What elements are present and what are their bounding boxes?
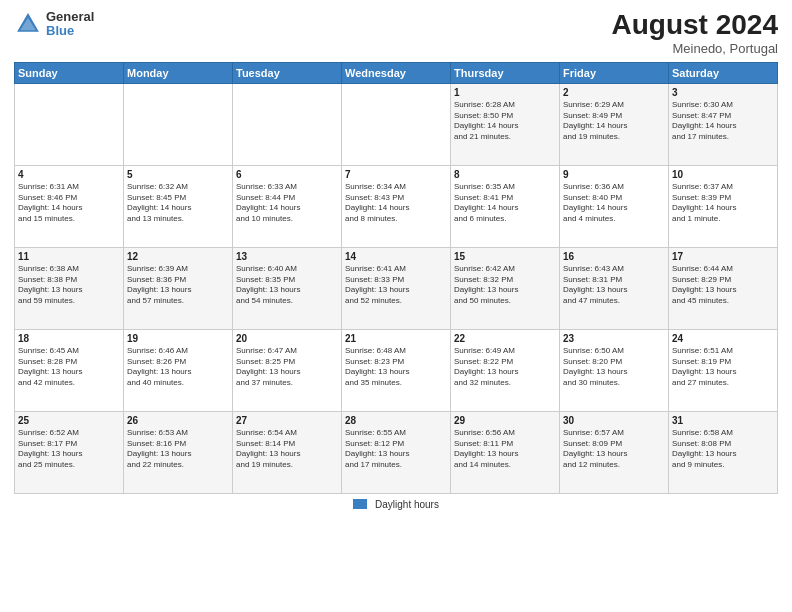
day-cell: 14Sunrise: 6:41 AM Sunset: 8:33 PM Dayli… — [342, 247, 451, 329]
day-cell: 15Sunrise: 6:42 AM Sunset: 8:32 PM Dayli… — [451, 247, 560, 329]
day-info: Sunrise: 6:58 AM Sunset: 8:08 PM Dayligh… — [672, 428, 774, 471]
day-number: 4 — [18, 169, 120, 180]
day-info: Sunrise: 6:48 AM Sunset: 8:23 PM Dayligh… — [345, 346, 447, 389]
day-number: 2 — [563, 87, 665, 98]
page: General Blue August 2024 Meinedo, Portug… — [0, 0, 792, 612]
day-cell — [342, 83, 451, 165]
day-number: 7 — [345, 169, 447, 180]
day-info: Sunrise: 6:55 AM Sunset: 8:12 PM Dayligh… — [345, 428, 447, 471]
day-number: 19 — [127, 333, 229, 344]
day-cell: 12Sunrise: 6:39 AM Sunset: 8:36 PM Dayli… — [124, 247, 233, 329]
header: General Blue August 2024 Meinedo, Portug… — [14, 10, 778, 56]
day-cell: 11Sunrise: 6:38 AM Sunset: 8:38 PM Dayli… — [15, 247, 124, 329]
day-info: Sunrise: 6:38 AM Sunset: 8:38 PM Dayligh… — [18, 264, 120, 307]
day-cell: 23Sunrise: 6:50 AM Sunset: 8:20 PM Dayli… — [560, 329, 669, 411]
day-number: 15 — [454, 251, 556, 262]
day-number: 18 — [18, 333, 120, 344]
day-info: Sunrise: 6:30 AM Sunset: 8:47 PM Dayligh… — [672, 100, 774, 143]
day-info: Sunrise: 6:39 AM Sunset: 8:36 PM Dayligh… — [127, 264, 229, 307]
day-info: Sunrise: 6:50 AM Sunset: 8:20 PM Dayligh… — [563, 346, 665, 389]
day-cell: 20Sunrise: 6:47 AM Sunset: 8:25 PM Dayli… — [233, 329, 342, 411]
day-info: Sunrise: 6:45 AM Sunset: 8:28 PM Dayligh… — [18, 346, 120, 389]
day-info: Sunrise: 6:51 AM Sunset: 8:19 PM Dayligh… — [672, 346, 774, 389]
day-cell: 26Sunrise: 6:53 AM Sunset: 8:16 PM Dayli… — [124, 411, 233, 493]
day-info: Sunrise: 6:54 AM Sunset: 8:14 PM Dayligh… — [236, 428, 338, 471]
day-info: Sunrise: 6:42 AM Sunset: 8:32 PM Dayligh… — [454, 264, 556, 307]
logo-blue-text: Blue — [46, 24, 94, 38]
day-cell: 31Sunrise: 6:58 AM Sunset: 8:08 PM Dayli… — [669, 411, 778, 493]
day-cell: 30Sunrise: 6:57 AM Sunset: 8:09 PM Dayli… — [560, 411, 669, 493]
day-info: Sunrise: 6:36 AM Sunset: 8:40 PM Dayligh… — [563, 182, 665, 225]
day-number: 23 — [563, 333, 665, 344]
day-cell: 27Sunrise: 6:54 AM Sunset: 8:14 PM Dayli… — [233, 411, 342, 493]
day-number: 6 — [236, 169, 338, 180]
day-cell: 28Sunrise: 6:55 AM Sunset: 8:12 PM Dayli… — [342, 411, 451, 493]
month-year: August 2024 — [612, 10, 779, 41]
day-cell: 10Sunrise: 6:37 AM Sunset: 8:39 PM Dayli… — [669, 165, 778, 247]
footer: Daylight hours — [14, 499, 778, 510]
day-cell: 6Sunrise: 6:33 AM Sunset: 8:44 PM Daylig… — [233, 165, 342, 247]
day-cell: 13Sunrise: 6:40 AM Sunset: 8:35 PM Dayli… — [233, 247, 342, 329]
calendar-table: SundayMondayTuesdayWednesdayThursdayFrid… — [14, 62, 778, 494]
day-number: 29 — [454, 415, 556, 426]
day-number: 8 — [454, 169, 556, 180]
day-cell: 17Sunrise: 6:44 AM Sunset: 8:29 PM Dayli… — [669, 247, 778, 329]
day-info: Sunrise: 6:33 AM Sunset: 8:44 PM Dayligh… — [236, 182, 338, 225]
logo-text: General Blue — [46, 10, 94, 39]
day-cell: 19Sunrise: 6:46 AM Sunset: 8:26 PM Dayli… — [124, 329, 233, 411]
day-number: 24 — [672, 333, 774, 344]
week-row-3: 18Sunrise: 6:45 AM Sunset: 8:28 PM Dayli… — [15, 329, 778, 411]
day-number: 13 — [236, 251, 338, 262]
col-header-wednesday: Wednesday — [342, 62, 451, 83]
col-header-monday: Monday — [124, 62, 233, 83]
day-cell: 9Sunrise: 6:36 AM Sunset: 8:40 PM Daylig… — [560, 165, 669, 247]
day-number: 21 — [345, 333, 447, 344]
day-info: Sunrise: 6:31 AM Sunset: 8:46 PM Dayligh… — [18, 182, 120, 225]
day-number: 14 — [345, 251, 447, 262]
legend-label: Daylight hours — [375, 499, 439, 510]
week-row-0: 1Sunrise: 6:28 AM Sunset: 8:50 PM Daylig… — [15, 83, 778, 165]
col-header-saturday: Saturday — [669, 62, 778, 83]
day-number: 26 — [127, 415, 229, 426]
day-cell — [124, 83, 233, 165]
day-cell — [15, 83, 124, 165]
col-header-friday: Friday — [560, 62, 669, 83]
day-info: Sunrise: 6:49 AM Sunset: 8:22 PM Dayligh… — [454, 346, 556, 389]
day-cell: 24Sunrise: 6:51 AM Sunset: 8:19 PM Dayli… — [669, 329, 778, 411]
day-info: Sunrise: 6:37 AM Sunset: 8:39 PM Dayligh… — [672, 182, 774, 225]
day-cell: 21Sunrise: 6:48 AM Sunset: 8:23 PM Dayli… — [342, 329, 451, 411]
day-number: 22 — [454, 333, 556, 344]
day-info: Sunrise: 6:32 AM Sunset: 8:45 PM Dayligh… — [127, 182, 229, 225]
day-info: Sunrise: 6:47 AM Sunset: 8:25 PM Dayligh… — [236, 346, 338, 389]
day-info: Sunrise: 6:53 AM Sunset: 8:16 PM Dayligh… — [127, 428, 229, 471]
day-number: 11 — [18, 251, 120, 262]
logo: General Blue — [14, 10, 94, 39]
day-number: 16 — [563, 251, 665, 262]
day-cell: 29Sunrise: 6:56 AM Sunset: 8:11 PM Dayli… — [451, 411, 560, 493]
day-number: 12 — [127, 251, 229, 262]
day-info: Sunrise: 6:34 AM Sunset: 8:43 PM Dayligh… — [345, 182, 447, 225]
day-number: 30 — [563, 415, 665, 426]
day-info: Sunrise: 6:40 AM Sunset: 8:35 PM Dayligh… — [236, 264, 338, 307]
day-info: Sunrise: 6:46 AM Sunset: 8:26 PM Dayligh… — [127, 346, 229, 389]
day-number: 17 — [672, 251, 774, 262]
day-info: Sunrise: 6:56 AM Sunset: 8:11 PM Dayligh… — [454, 428, 556, 471]
logo-general-text: General — [46, 10, 94, 24]
day-number: 5 — [127, 169, 229, 180]
day-number: 27 — [236, 415, 338, 426]
day-info: Sunrise: 6:44 AM Sunset: 8:29 PM Dayligh… — [672, 264, 774, 307]
day-number: 10 — [672, 169, 774, 180]
day-cell: 25Sunrise: 6:52 AM Sunset: 8:17 PM Dayli… — [15, 411, 124, 493]
day-info: Sunrise: 6:29 AM Sunset: 8:49 PM Dayligh… — [563, 100, 665, 143]
location: Meinedo, Portugal — [612, 41, 779, 56]
day-cell: 7Sunrise: 6:34 AM Sunset: 8:43 PM Daylig… — [342, 165, 451, 247]
header-row: SundayMondayTuesdayWednesdayThursdayFrid… — [15, 62, 778, 83]
day-number: 3 — [672, 87, 774, 98]
col-header-thursday: Thursday — [451, 62, 560, 83]
day-info: Sunrise: 6:57 AM Sunset: 8:09 PM Dayligh… — [563, 428, 665, 471]
day-cell: 22Sunrise: 6:49 AM Sunset: 8:22 PM Dayli… — [451, 329, 560, 411]
day-cell — [233, 83, 342, 165]
day-cell: 1Sunrise: 6:28 AM Sunset: 8:50 PM Daylig… — [451, 83, 560, 165]
day-info: Sunrise: 6:28 AM Sunset: 8:50 PM Dayligh… — [454, 100, 556, 143]
day-number: 25 — [18, 415, 120, 426]
